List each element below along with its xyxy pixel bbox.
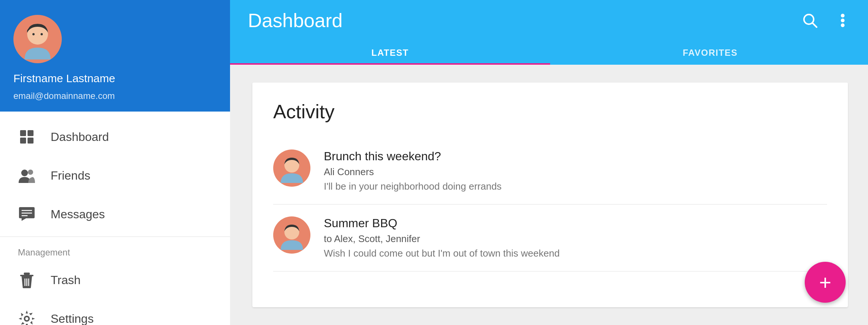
topbar: Dashboard LATEST: [230, 0, 868, 65]
sidebar-user-email: email@domainname.com: [13, 91, 115, 101]
content-area: Activity Brunch this weekend? Ali Conner…: [230, 65, 868, 325]
activity-item-subtitle: Ali Conners: [324, 166, 502, 178]
svg-rect-13: [20, 275, 33, 276]
svg-point-23: [841, 19, 845, 22]
sidebar-item-trash[interactable]: Trash: [0, 261, 230, 299]
topbar-row: Dashboard: [230, 0, 868, 41]
svg-point-8: [28, 170, 33, 175]
activity-item-body: I'll be in your neighborhood doing erran…: [324, 181, 502, 192]
sidebar-label-messages: Messages: [51, 207, 105, 221]
sidebar-item-friends[interactable]: Friends: [0, 156, 230, 195]
people-icon: [18, 167, 36, 184]
svg-point-1: [32, 33, 35, 35]
sidebar-label-trash: Trash: [51, 273, 81, 287]
avatar: [13, 15, 62, 63]
activity-item-title: Summer BBQ: [324, 216, 560, 230]
page-title: Dashboard: [248, 9, 342, 32]
sidebar-item-dashboard[interactable]: Dashboard: [0, 118, 230, 156]
sidebar-nav: Dashboard Friends: [0, 112, 230, 325]
sidebar-header: Firstname Lastname email@domainname.com: [0, 0, 230, 112]
svg-line-21: [813, 23, 817, 27]
svg-rect-14: [24, 273, 30, 275]
svg-point-7: [21, 170, 28, 176]
svg-point-22: [841, 14, 845, 17]
sidebar-item-settings[interactable]: Settings: [0, 299, 230, 325]
activity-item-text: Summer BBQ to Alex, Scott, Jennifer Wish…: [324, 216, 560, 259]
sidebar-label-settings: Settings: [51, 312, 94, 325]
trash-icon: [18, 271, 36, 289]
activity-item-body: Wish I could come out but I'm out of tow…: [324, 248, 560, 259]
activity-item-subtitle: to Alex, Scott, Jennifer: [324, 233, 560, 245]
search-icon[interactable]: [800, 11, 820, 30]
svg-rect-4: [28, 130, 33, 136]
svg-rect-6: [28, 138, 33, 144]
fab-add-button[interactable]: +: [805, 262, 846, 303]
list-item[interactable]: Summer BBQ to Alex, Scott, Jennifer Wish…: [273, 205, 827, 271]
activity-item-text: Brunch this weekend? Ali Conners I'll be…: [324, 149, 502, 192]
tabs-bar: LATEST FAVORITES: [230, 41, 868, 65]
svg-rect-3: [20, 130, 26, 136]
tab-latest[interactable]: LATEST: [230, 41, 550, 65]
activity-divider: [273, 271, 827, 271]
svg-rect-5: [20, 138, 26, 144]
fab-plus-icon: +: [819, 270, 832, 295]
more-vert-icon[interactable]: [833, 11, 852, 30]
topbar-icons: [800, 11, 852, 30]
management-section-label: Management: [0, 240, 230, 261]
sidebar-user-name: Firstname Lastname: [13, 72, 115, 85]
list-item[interactable]: Brunch this weekend? Ali Conners I'll be…: [273, 138, 827, 204]
avatar: [273, 149, 310, 187]
tab-favorites[interactable]: FAVORITES: [550, 41, 868, 65]
svg-point-19: [25, 317, 28, 320]
activity-item-title: Brunch this weekend?: [324, 149, 502, 163]
svg-point-24: [841, 23, 845, 27]
sidebar-label-dashboard: Dashboard: [51, 130, 109, 144]
message-icon: [18, 205, 36, 223]
grid-icon: [18, 128, 36, 146]
activity-card: Activity Brunch this weekend? Ali Conner…: [252, 83, 848, 307]
main: Dashboard LATEST: [230, 0, 868, 325]
sidebar: Firstname Lastname email@domainname.com …: [0, 0, 230, 325]
gear-icon: [18, 310, 36, 325]
sidebar-item-messages[interactable]: Messages: [0, 195, 230, 234]
avatar: [273, 216, 310, 254]
sidebar-label-friends: Friends: [51, 169, 90, 183]
svg-point-2: [41, 33, 43, 35]
nav-divider: [0, 236, 230, 237]
activity-title: Activity: [273, 100, 827, 123]
